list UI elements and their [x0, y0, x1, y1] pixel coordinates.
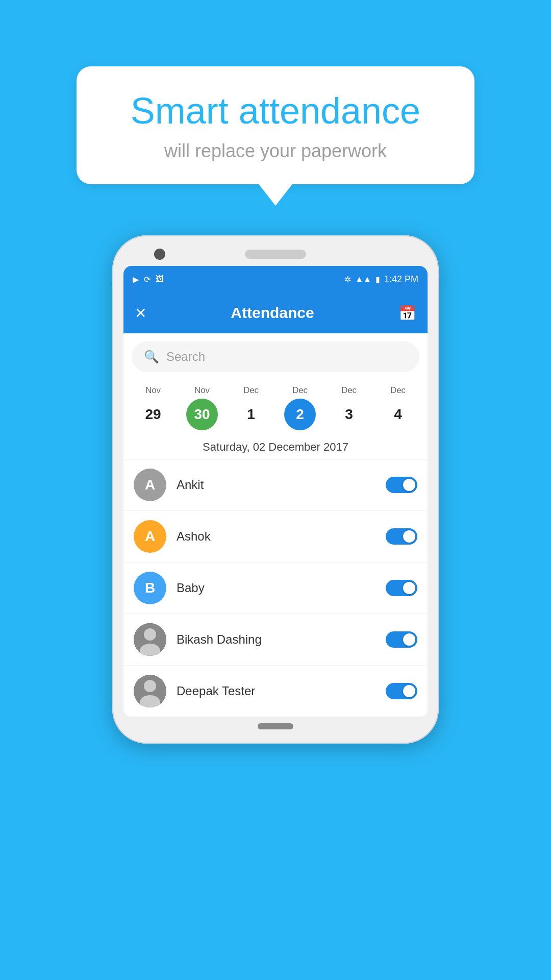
close-icon[interactable]: ✕ — [135, 305, 146, 322]
cal-month-label: Nov — [194, 385, 210, 396]
search-placeholder: Search — [166, 350, 205, 364]
status-icons-right: ✲ ▲▲ ▮ 1:42 PM — [344, 274, 418, 285]
avatar: A — [134, 469, 166, 501]
bluetooth-icon: ✲ — [344, 275, 351, 284]
student-name: Ashok — [177, 529, 386, 544]
attendance-toggle[interactable] — [386, 683, 417, 699]
phone-camera — [154, 249, 165, 260]
app-bar-title: Attendance — [231, 304, 314, 322]
student-name: Deepak Tester — [177, 684, 386, 698]
selected-date: Saturday, 02 December 2017 — [123, 433, 428, 459]
cal-day-1[interactable]: Dec1 — [231, 385, 271, 430]
sync-icon: ⟳ — [144, 275, 151, 284]
student-name: Baby — [177, 581, 386, 595]
student-row: AAshok — [123, 511, 428, 562]
avatar: B — [134, 572, 166, 604]
student-list: AAnkitAAshokBBaby Bikash Dashing Deepak … — [123, 459, 428, 717]
app-bar: ✕ Attendance 📅 — [123, 292, 428, 333]
student-row: AAnkit — [123, 459, 428, 511]
cal-day-2[interactable]: Dec2 — [280, 385, 320, 430]
attendance-toggle[interactable] — [386, 580, 417, 596]
phone-top-bar — [123, 250, 428, 259]
calendar-icon[interactable]: 📅 — [398, 305, 416, 322]
screen: ▶ ⟳ 🖼 ✲ ▲▲ ▮ 1:42 PM ✕ Attendance 📅 — [123, 266, 428, 717]
cal-day-30[interactable]: Nov30 — [182, 385, 222, 430]
battery-icon: ▮ — [375, 275, 380, 284]
attendance-toggle[interactable] — [386, 477, 417, 493]
svg-point-4 — [144, 680, 156, 692]
cal-num-label: 29 — [137, 399, 169, 430]
student-name: Bikash Dashing — [177, 632, 386, 647]
bubble-subtitle: will replace your paperwork — [107, 140, 444, 162]
phone-outer: ▶ ⟳ 🖼 ✲ ▲▲ ▮ 1:42 PM ✕ Attendance 📅 — [112, 235, 439, 744]
search-bar[interactable]: 🔍 Search — [132, 341, 419, 372]
student-row: Bikash Dashing — [123, 614, 428, 666]
student-row: BBaby — [123, 562, 428, 614]
cal-num-label: 4 — [382, 399, 414, 430]
cal-month-label: Nov — [145, 385, 161, 396]
phone-speaker — [245, 250, 306, 259]
student-name: Ankit — [177, 478, 386, 492]
signal-icon: ▲▲ — [355, 275, 371, 284]
cal-month-label: Dec — [341, 385, 357, 396]
attendance-toggle[interactable] — [386, 528, 417, 545]
cal-day-3[interactable]: Dec3 — [329, 385, 369, 430]
student-row: Deepak Tester — [123, 666, 428, 717]
cal-day-29[interactable]: Nov29 — [133, 385, 173, 430]
status-bar: ▶ ⟳ 🖼 ✲ ▲▲ ▮ 1:42 PM — [123, 266, 428, 292]
avatar — [134, 623, 166, 656]
avatar — [134, 675, 166, 707]
status-time: 1:42 PM — [384, 274, 418, 285]
speech-bubble: Smart attendance will replace your paper… — [77, 66, 474, 184]
cal-month-label: Dec — [390, 385, 406, 396]
cal-num-label: 30 — [186, 399, 218, 430]
attendance-toggle[interactable] — [386, 631, 417, 648]
cal-day-4[interactable]: Dec4 — [378, 385, 418, 430]
status-icons-left: ▶ ⟳ 🖼 — [133, 275, 164, 284]
svg-point-1 — [144, 628, 156, 641]
home-indicator — [258, 723, 293, 729]
play-icon: ▶ — [133, 275, 139, 284]
search-icon: 🔍 — [144, 350, 159, 364]
cal-num-label: 3 — [333, 399, 365, 430]
cal-num-label: 1 — [235, 399, 267, 430]
phone: ▶ ⟳ 🖼 ✲ ▲▲ ▮ 1:42 PM ✕ Attendance 📅 — [112, 235, 439, 744]
calendar-strip: Nov29Nov30Dec1Dec2Dec3Dec4 — [123, 380, 428, 433]
bubble-title: Smart attendance — [107, 91, 444, 131]
cal-month-label: Dec — [292, 385, 308, 396]
image-icon: 🖼 — [156, 275, 164, 284]
avatar: A — [134, 520, 166, 553]
cal-month-label: Dec — [243, 385, 259, 396]
cal-num-label: 2 — [284, 399, 316, 430]
